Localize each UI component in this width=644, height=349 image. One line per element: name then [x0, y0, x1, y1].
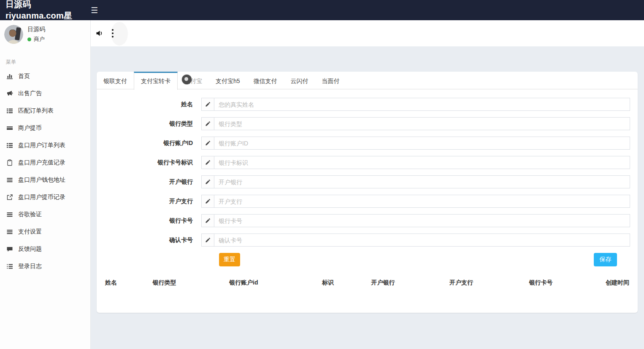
sidebar-item-label: 谷歌验证 [18, 211, 42, 218]
tab-quickpass[interactable]: 云闪付 [284, 72, 315, 89]
pencil-icon [201, 98, 214, 111]
pencil-icon [201, 234, 214, 247]
pencil-icon [201, 214, 214, 227]
tab-face-to-face-pay[interactable]: 当面付 [315, 72, 346, 89]
bank-type-input[interactable] [214, 117, 630, 130]
megaphone-icon [6, 90, 13, 97]
sidebar-item-merchant-withdraw[interactable]: 商户提币 [0, 119, 90, 137]
comment-icon [6, 246, 13, 252]
sidebar: 日源码 商户 菜单 首页 出售广告 匹配订单列表 [0, 20, 91, 349]
user-panel: 日源码 商户 [0, 20, 90, 48]
col-bank-branch: 开户支行 [449, 279, 529, 287]
main-content: 银联支付 支付宝转卡 支付宝 支付宝h5 微信支付 云闪付 当面付 姓名 银行类… [91, 46, 644, 349]
field-label: 银行账户ID [97, 137, 193, 150]
sidebar-item-label: 盘口用户充值记录 [18, 159, 65, 166]
sidebar-item-label: 出售广告 [18, 90, 42, 97]
payment-settings-card: 银联支付 支付宝转卡 支付宝 支付宝h5 微信支付 云闪付 当面付 姓名 银行类… [97, 72, 638, 313]
field-label: 姓名 [97, 98, 193, 111]
form-row-confirm-card-number: 确认卡号 [97, 234, 630, 247]
clipboard-icon [6, 159, 13, 166]
sidebar-item-label: 支付设置 [18, 228, 42, 236]
card-tag-input[interactable] [214, 156, 630, 169]
bank-account-id-input[interactable] [214, 137, 630, 150]
sidebar-item-label: 盘口用户订单列表 [18, 142, 65, 149]
save-button[interactable]: 保存 [594, 253, 617, 266]
col-bank-name: 开户银行 [371, 279, 449, 287]
field-label: 银行类型 [97, 117, 193, 130]
sidebar-item-label: 反馈问题 [18, 245, 42, 253]
field-label: 开户支行 [97, 195, 193, 208]
sidebar-menu: 首页 出售广告 匹配订单列表 商户提币 盘口用户订单列表 [0, 67, 90, 275]
hamburger-icon[interactable]: ☰ [91, 6, 98, 14]
menu-section-label: 菜单 [0, 48, 90, 67]
cards-table-header: 姓名 银行类型 银行账户id 标识 开户银行 开户支行 银行卡号 创建时间 [97, 279, 638, 287]
col-bank-type: 银行类型 [152, 279, 229, 287]
sidebar-item-label: 盘口用户提币记录 [18, 193, 65, 201]
bars-icon [6, 177, 13, 183]
form-row-bank-name: 开户银行 [97, 175, 630, 188]
online-status-icon [27, 38, 31, 41]
bank-name-input[interactable] [214, 175, 630, 188]
sidebar-item-user-wallets[interactable]: 盘口用户钱包地址 [0, 171, 90, 188]
field-label: 银行卡号标识 [97, 156, 193, 169]
volume-icon[interactable] [95, 29, 104, 38]
field-label: 银行卡号 [97, 214, 193, 227]
top-navbar: 日源码riyuanma.com星 ☰ [0, 0, 644, 20]
chart-bar-icon [6, 73, 13, 80]
external-link-icon [6, 194, 13, 201]
form-row-bank-account-id: 银行账户ID [97, 137, 630, 150]
bars-icon [6, 211, 13, 218]
sidebar-item-user-recharge[interactable]: 盘口用户充值记录 [0, 154, 90, 171]
tab-unionpay[interactable]: 银联支付 [97, 72, 134, 89]
sidebar-item-match-orders[interactable]: 匹配订单列表 [0, 102, 90, 119]
form-row-name: 姓名 [97, 98, 630, 111]
pencil-icon [201, 156, 214, 169]
sidebar-item-label: 商户提币 [18, 124, 42, 132]
sidebar-item-label: 首页 [18, 72, 30, 80]
form-row-bank-type: 银行类型 [97, 117, 630, 130]
bank-card-form: 姓名 银行类型 银行账户ID [97, 89, 638, 266]
sidebar-item-sell-ads[interactable]: 出售广告 [0, 85, 90, 102]
sidebar-item-user-withdraw-log[interactable]: 盘口用户提币记录 [0, 188, 90, 206]
click-indicator [182, 75, 192, 84]
sidebar-item-user-orders[interactable]: 盘口用户订单列表 [0, 137, 90, 154]
col-name: 姓名 [105, 279, 152, 287]
sidebar-item-login-log[interactable]: 登录日志 [0, 258, 90, 275]
form-row-bank-branch: 开户支行 [97, 195, 630, 208]
sidebar-item-label: 匹配订单列表 [18, 107, 54, 115]
list-ol-icon [6, 263, 13, 270]
form-row-card-tag: 银行卡号标识 [97, 156, 630, 169]
confirm-card-number-input[interactable] [214, 234, 630, 247]
sidebar-item-label: 盘口用户钱包地址 [18, 176, 65, 184]
sidebar-item-google-auth[interactable]: 谷歌验证 [0, 206, 90, 223]
tab-alipay-h5[interactable]: 支付宝h5 [209, 72, 247, 89]
list-icon [6, 107, 13, 114]
pencil-icon [201, 117, 214, 130]
bank-branch-input[interactable] [214, 195, 630, 208]
avatar [4, 25, 23, 44]
name-input[interactable] [214, 98, 630, 111]
col-bank-account-id: 银行账户id [229, 279, 322, 287]
list-icon [6, 142, 13, 149]
tab-wechat-pay[interactable]: 微信支付 [247, 72, 284, 89]
sidebar-item-feedback[interactable]: 反馈问题 [0, 240, 90, 258]
sidebar-item-label: 登录日志 [18, 263, 42, 270]
content-topbar [91, 20, 644, 46]
kebab-menu-icon[interactable] [111, 29, 114, 38]
col-created-at: 创建时间 [606, 279, 629, 287]
card-number-input[interactable] [214, 214, 630, 227]
col-card-number: 银行卡号 [529, 279, 606, 287]
reset-button[interactable]: 重置 [219, 253, 240, 266]
form-row-card-number: 银行卡号 [97, 214, 630, 227]
sidebar-item-payment-settings[interactable]: 支付设置 [0, 223, 90, 240]
pencil-icon [201, 175, 214, 188]
pencil-icon [201, 137, 214, 150]
user-name: 日源码 [27, 26, 45, 33]
col-tag: 标识 [322, 279, 371, 287]
tab-alipay-to-card[interactable]: 支付宝转卡 [134, 72, 178, 90]
pencil-icon [201, 195, 214, 208]
bars-icon [6, 228, 13, 235]
payment-tabs: 银联支付 支付宝转卡 支付宝 支付宝h5 微信支付 云闪付 当面付 [97, 72, 638, 89]
sidebar-item-home[interactable]: 首页 [0, 67, 90, 85]
user-role: 商户 [34, 35, 45, 43]
